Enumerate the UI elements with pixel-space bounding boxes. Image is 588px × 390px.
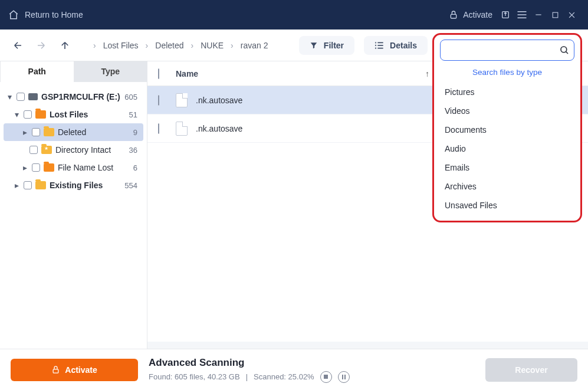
horizontal-scrollbar[interactable] <box>147 342 588 349</box>
checkbox[interactable] <box>29 146 38 154</box>
type-unsaved[interactable]: Unsaved Files <box>438 196 577 215</box>
checkbox[interactable] <box>24 181 32 189</box>
share-icon[interactable] <box>497 6 514 23</box>
folder-tree: ▾ GSP1RMCULFR (E:) 605 ▾ Lost Files 51 ▸… <box>0 82 147 349</box>
svg-rect-9 <box>342 375 343 379</box>
crumb-item[interactable]: NUKE <box>198 40 226 51</box>
svg-rect-0 <box>451 14 456 18</box>
menu-icon[interactable] <box>514 6 530 23</box>
activate-title-button[interactable]: Activate <box>444 6 497 23</box>
folder-icon <box>41 146 52 154</box>
tree-label: Existing Files <box>50 181 103 190</box>
tree-lost-files[interactable]: ▾ Lost Files 51 <box>4 106 143 123</box>
stop-scan-button[interactable] <box>320 371 332 383</box>
type-pictures[interactable]: Pictures <box>438 83 577 101</box>
checkbox[interactable] <box>17 93 25 101</box>
type-archives[interactable]: Archives <box>438 177 577 196</box>
search-type-list: Pictures Videos Documents Audio Emails A… <box>438 83 577 215</box>
lock-icon <box>449 10 458 19</box>
chevron-right-icon: › <box>143 40 151 51</box>
tree-count: 36 <box>129 146 141 155</box>
file-name: .nk.autosave <box>196 124 242 133</box>
search-type-hint[interactable]: Search files by type <box>438 65 577 83</box>
svg-point-4 <box>376 45 376 45</box>
type-documents[interactable]: Documents <box>438 120 577 139</box>
tree-directory-intact[interactable]: Directory Intact 36 <box>4 141 143 159</box>
scan-found: Found: 605 files, 40.23 GB <box>149 372 240 381</box>
tab-path[interactable]: Path <box>0 61 74 82</box>
collapse-icon[interactable]: ▾ <box>6 92 13 101</box>
tree-file-name-lost[interactable]: ▸ File Name Lost 6 <box>4 159 143 176</box>
tree-existing-files[interactable]: ▸ Existing Files 554 <box>4 176 143 194</box>
file-icon <box>176 122 188 136</box>
divider: | <box>246 372 248 381</box>
type-videos[interactable]: Videos <box>438 101 577 120</box>
minimize-button[interactable] <box>530 6 547 23</box>
expand-icon[interactable]: ▸ <box>21 127 28 137</box>
type-audio[interactable]: Audio <box>438 139 577 158</box>
file-name: .nk.autosave <box>196 96 242 105</box>
svg-rect-10 <box>344 375 346 379</box>
scan-progress: Scanned: 25.02% <box>254 372 314 381</box>
details-label: Details <box>390 41 417 50</box>
row-checkbox[interactable] <box>158 123 159 134</box>
chevron-right-icon: › <box>91 40 98 51</box>
tree-count: 6 <box>133 163 141 172</box>
search-popup: Search files by type Pictures Videos Doc… <box>432 33 582 222</box>
nav-back-button[interactable] <box>11 38 25 53</box>
col-name-label[interactable]: Name <box>176 69 198 78</box>
tree-drive[interactable]: ▾ GSP1RMCULFR (E:) 605 <box>4 88 143 106</box>
nav-up-button[interactable] <box>58 38 72 53</box>
svg-rect-8 <box>324 375 328 379</box>
recover-button[interactable]: Recover <box>485 358 577 382</box>
checkbox[interactable] <box>24 110 32 119</box>
svg-rect-7 <box>53 369 58 373</box>
tree-count: 605 <box>124 93 141 101</box>
drive-icon <box>28 93 38 100</box>
expand-icon[interactable]: ▸ <box>21 163 28 172</box>
close-button[interactable] <box>563 6 580 23</box>
crumb-item[interactable]: ravan 2 <box>238 40 271 51</box>
nav-forward-button[interactable] <box>34 38 48 53</box>
tree-deleted[interactable]: ▸ Deleted 9 <box>4 123 143 141</box>
home-icon <box>8 9 19 20</box>
return-home-link[interactable]: Return to Home <box>8 9 83 20</box>
type-emails[interactable]: Emails <box>438 158 577 177</box>
tab-type[interactable]: Type <box>74 61 147 82</box>
folder-icon <box>44 128 54 136</box>
pause-scan-button[interactable] <box>338 371 350 383</box>
svg-point-3 <box>376 42 376 43</box>
filter-button[interactable]: Filter <box>299 36 354 55</box>
checkbox[interactable] <box>32 128 40 136</box>
tree-count: 554 <box>124 181 141 190</box>
row-checkbox[interactable] <box>158 95 159 106</box>
crumb-item[interactable]: Lost Files <box>101 40 141 51</box>
file-icon <box>176 93 188 107</box>
search-input[interactable] <box>451 45 554 55</box>
select-all-checkbox[interactable] <box>158 68 159 79</box>
folder-icon <box>35 181 46 189</box>
expand-icon[interactable]: ▸ <box>13 181 20 190</box>
breadcrumb: › Lost Files › Deleted › NUKE › ravan 2 <box>91 40 270 51</box>
activate-button[interactable]: Activate <box>11 359 138 381</box>
checkbox[interactable] <box>32 163 40 172</box>
filter-label: Filter <box>324 41 344 50</box>
return-home-label: Return to Home <box>25 10 83 19</box>
list-icon <box>375 41 384 50</box>
maximize-button[interactable] <box>547 6 563 23</box>
svg-point-5 <box>376 48 376 48</box>
crumb-item[interactable]: Deleted <box>153 40 186 51</box>
tree-label: GSP1RMCULFR (E:) <box>41 92 120 101</box>
search-input-wrapper[interactable] <box>440 40 574 61</box>
tree-count: 9 <box>133 128 141 137</box>
collapse-icon[interactable]: ▾ <box>13 110 20 119</box>
tree-count: 51 <box>129 110 141 119</box>
recover-label: Recover <box>515 365 547 375</box>
svg-rect-2 <box>553 12 558 18</box>
lock-icon <box>51 365 60 374</box>
search-icon[interactable] <box>559 45 570 55</box>
chevron-right-icon: › <box>228 40 236 51</box>
details-button[interactable]: Details <box>364 36 428 55</box>
folder-icon <box>35 110 46 119</box>
tree-label: Deleted <box>58 127 86 137</box>
